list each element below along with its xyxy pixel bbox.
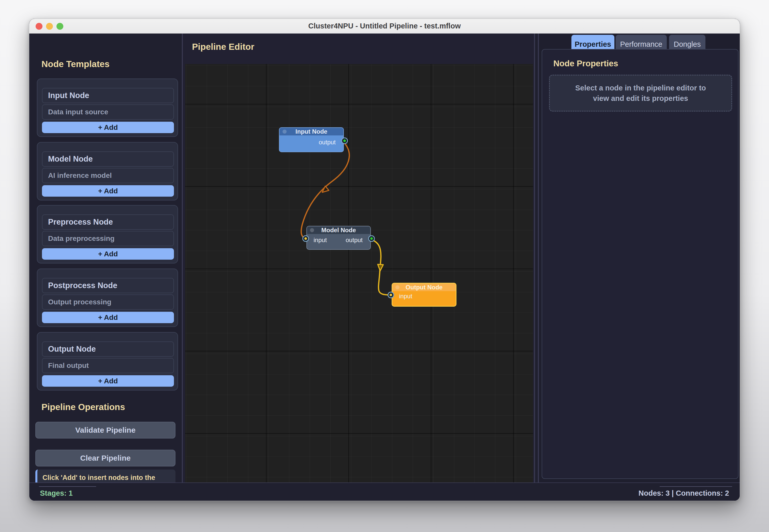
right-panel: Properties Performance Dongles Node Prop… bbox=[539, 34, 740, 482]
node-templates-sidebar: Node Templates Input Node Data input sou… bbox=[29, 34, 182, 482]
node-properties-panel: Node Properties Select a node in the pip… bbox=[542, 49, 739, 479]
node-title: Input Node bbox=[296, 128, 327, 135]
input-port-label: input bbox=[399, 293, 412, 300]
template-description: Data preprocessing bbox=[42, 231, 174, 246]
canvas-node-model[interactable]: Model Node input output bbox=[306, 226, 371, 250]
input-port[interactable] bbox=[388, 292, 393, 298]
canvas-node-output[interactable]: Output Node input bbox=[392, 283, 456, 307]
template-name: Input Node bbox=[42, 88, 174, 103]
output-port-label: output bbox=[319, 139, 336, 146]
output-port-label: output bbox=[346, 237, 363, 244]
template-description: Output processing bbox=[42, 294, 174, 310]
clear-pipeline-button[interactable]: Clear Pipeline bbox=[35, 450, 175, 466]
node-status-dot-icon bbox=[283, 130, 287, 134]
template-name: Postprocess Node bbox=[42, 278, 174, 293]
template-description: Final output bbox=[42, 358, 174, 373]
node-title: Output Node bbox=[406, 284, 442, 291]
window-title: Cluster4NPU - Untitled Pipeline - test.m… bbox=[308, 22, 460, 30]
template-card-postprocess-node: Postprocess Node Output processing + Add bbox=[37, 269, 178, 327]
close-button[interactable] bbox=[36, 23, 42, 30]
connection-edges bbox=[185, 64, 533, 482]
nodes-connections-status: Nodes: 3 | Connections: 2 bbox=[639, 489, 729, 497]
input-port[interactable] bbox=[303, 236, 308, 241]
app-window: Cluster4NPU - Untitled Pipeline - test.m… bbox=[29, 19, 740, 501]
add-model-node-button[interactable]: + Add bbox=[42, 185, 174, 197]
node-properties-heading: Node Properties bbox=[553, 59, 618, 68]
template-name: Preprocess Node bbox=[42, 214, 174, 230]
node-status-dot-icon bbox=[310, 228, 314, 232]
validate-pipeline-button[interactable]: Validate Pipeline bbox=[35, 422, 175, 439]
template-name: Model Node bbox=[42, 151, 174, 167]
traffic-lights bbox=[36, 23, 63, 30]
pipeline-editor-section: Pipeline Editor Input Node output bbox=[183, 34, 534, 482]
status-divider-left bbox=[39, 486, 96, 487]
canvas-node-input[interactable]: Input Node output bbox=[279, 127, 344, 152]
add-postprocess-node-button[interactable]: + Add bbox=[42, 312, 174, 323]
add-output-node-button[interactable]: + Add bbox=[42, 375, 174, 387]
status-bar: Stages: 1 Nodes: 3 | Connections: 2 bbox=[29, 482, 740, 501]
node-status-dot-icon bbox=[395, 285, 399, 289]
node-header: Model Node bbox=[307, 226, 370, 234]
node-title: Model Node bbox=[321, 227, 356, 234]
pipeline-editor-heading: Pipeline Editor bbox=[192, 42, 254, 52]
title-bar[interactable]: Cluster4NPU - Untitled Pipeline - test.m… bbox=[29, 19, 740, 34]
template-description: AI inference model bbox=[42, 168, 174, 183]
output-port[interactable] bbox=[342, 138, 347, 143]
add-input-node-button[interactable]: + Add bbox=[42, 122, 174, 133]
node-templates-heading: Node Templates bbox=[41, 59, 110, 69]
template-card-model-node: Model Node AI inference model + Add bbox=[37, 142, 178, 200]
input-port-label: input bbox=[314, 237, 327, 244]
node-properties-placeholder: Select a node in the pipeline editor to … bbox=[549, 75, 732, 112]
template-card-output-node: Output Node Final output + Add bbox=[37, 332, 178, 390]
template-card-input-node: Input Node Data input source + Add bbox=[37, 79, 178, 137]
output-port[interactable] bbox=[369, 236, 374, 241]
editor-splitter-line[interactable] bbox=[534, 34, 535, 482]
status-divider-right bbox=[660, 486, 732, 487]
zoom-button[interactable] bbox=[56, 23, 63, 30]
node-header: Input Node bbox=[280, 128, 343, 135]
node-header: Output Node bbox=[392, 284, 456, 291]
template-name: Output Node bbox=[42, 341, 174, 357]
add-preprocess-node-button[interactable]: + Add bbox=[42, 248, 174, 260]
minimize-button[interactable] bbox=[46, 23, 53, 30]
template-description: Data input source bbox=[42, 104, 174, 120]
pipeline-canvas[interactable]: Input Node output Model Node input outpu… bbox=[185, 64, 533, 482]
pipeline-operations-heading: Pipeline Operations bbox=[41, 402, 125, 412]
stages-status: Stages: 1 bbox=[40, 489, 73, 497]
edge-arrow-yellow bbox=[377, 264, 383, 271]
template-card-preprocess-node: Preprocess Node Data preprocessing + Add bbox=[37, 205, 178, 263]
